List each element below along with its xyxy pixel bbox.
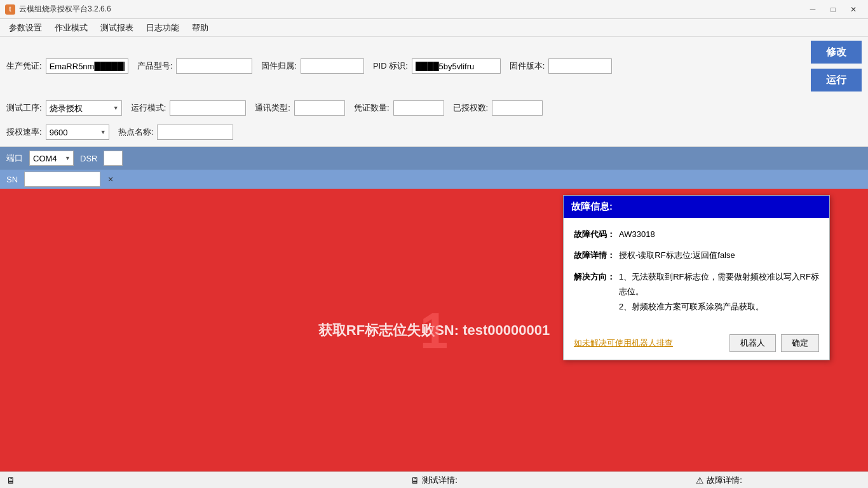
comm-type-label: 通讯类型:	[255, 102, 290, 114]
hotspot-label: 热点名称:	[118, 126, 154, 138]
modify-button[interactable]: 修改	[811, 41, 862, 64]
robot-button[interactable]: 机器人	[729, 334, 776, 352]
comm-type-field: 通讯类型: wifi	[255, 100, 345, 116]
fault-code-row: 故障代码： AW33018	[574, 227, 819, 241]
confirm-button[interactable]: 确定	[781, 334, 819, 352]
hotspot-input[interactable]: SmartLife	[157, 125, 233, 140]
fault-solution-row: 解决方向： 1、无法获取到RF标志位，需要做射频校准以写入RF标志位。 2、射频…	[574, 269, 819, 314]
sn-label: SN	[6, 175, 18, 184]
sn-bar: SN ×	[0, 170, 868, 189]
auth-count-input[interactable]: 5	[393, 100, 444, 116]
dialog-footer: 如未解决可使用机器人排查 机器人 确定	[564, 329, 829, 360]
hotspot-field: 热点名称: SmartLife	[118, 125, 234, 140]
status-center: 🖥 测试详情:	[292, 475, 577, 486]
menu-log[interactable]: 日志功能	[140, 20, 186, 36]
status-monitor-icon-left: 🖥	[6, 475, 15, 485]
center-message: 1 获取RF标志位失败SN: test00000001	[318, 321, 550, 340]
fault-code-value: AW33018	[619, 227, 655, 241]
menu-workmode[interactable]: 作业模式	[48, 20, 94, 36]
status-monitor-icon-center: 🖥	[410, 475, 419, 485]
pid-input[interactable]	[412, 58, 501, 74]
menu-params[interactable]: 参数设置	[3, 20, 48, 36]
status-left: 🖥	[6, 475, 292, 485]
firmware-input[interactable]: 客供固件	[301, 58, 364, 74]
fault-code-label: 故障代码：	[574, 227, 615, 241]
menubar: 参数设置 作业模式 测试报表 日志功能 帮助	[0, 19, 868, 37]
port-label: 端口	[6, 152, 23, 164]
statusbar: 🖥 🖥 测试详情: ⚠ 故障详情:	[0, 471, 868, 488]
pid-field: PID 标识:	[373, 58, 501, 74]
fault-dialog: 故障信息: 故障代码： AW33018 故障详情： 授权-读取RF标志位:返回值…	[563, 195, 830, 360]
pid-label: PID 标识:	[373, 60, 408, 72]
fault-detail-label: 故障详情：	[574, 248, 615, 262]
run-mode-input[interactable]: 手动运行	[170, 100, 246, 116]
bg-number: 1	[420, 302, 449, 360]
sn-clear-button[interactable]: ×	[107, 174, 114, 184]
window-controls: ─ □ ✕	[803, 3, 863, 16]
app-icon: t	[5, 4, 15, 15]
product-type-input[interactable]: CB3L	[176, 58, 252, 74]
baud-field: 授权速率: 9600	[6, 125, 109, 140]
firmware-label: 固件归属:	[261, 60, 297, 72]
test-order-select[interactable]: 烧录授权	[46, 100, 122, 116]
auth-done-label: 已授权数:	[453, 102, 489, 114]
port-bar: 端口 COM4 DSR 0	[0, 147, 868, 170]
product-type-field: 产品型号: CB3L	[137, 58, 253, 74]
shengchan-field: 生产凭证:	[6, 58, 128, 74]
dsr-label: DSR	[80, 154, 97, 163]
auth-done-input[interactable]: 0	[492, 100, 543, 116]
status-right: ⚠ 故障详情:	[576, 475, 862, 486]
status-warning-icon: ⚠	[696, 475, 704, 485]
sn-input[interactable]	[24, 172, 100, 187]
close-button[interactable]: ✕	[844, 3, 863, 16]
run-button[interactable]: 运行	[811, 69, 862, 92]
dsr-input[interactable]: 0	[104, 151, 123, 166]
test-order-field: 测试工序: 烧录授权	[6, 100, 122, 116]
shengchan-input[interactable]	[46, 58, 128, 74]
run-mode-label: 运行模式:	[131, 102, 166, 114]
fault-solution-value: 1、无法获取到RF标志位，需要做射频校准以写入RF标志位。 2、射频校准方案可联…	[619, 269, 819, 314]
firmware-version-input[interactable]: 1.0.0	[548, 58, 612, 74]
fault-detail-row: 故障详情： 授权-读取RF标志位:返回值false	[574, 248, 819, 262]
dialog-header: 故障信息:	[564, 196, 829, 218]
firmware-version-label: 固件版本:	[510, 60, 545, 72]
comm-type-input[interactable]: wifi	[294, 100, 345, 116]
menu-help[interactable]: 帮助	[186, 20, 215, 36]
auth-count-label: 凭证数量:	[354, 102, 390, 114]
maximize-button[interactable]: □	[824, 3, 843, 16]
firmware-version-field: 固件版本: 1.0.0	[510, 58, 613, 74]
main-area: 1 获取RF标志位失败SN: test00000001 故障信息: 故障代码： …	[0, 189, 868, 471]
baud-select[interactable]: 9600	[46, 125, 109, 140]
port-select[interactable]: COM4	[29, 151, 74, 166]
shengchan-label: 生产凭证:	[6, 60, 42, 72]
auth-done-field: 已授权数: 0	[453, 100, 543, 116]
auth-count-field: 凭证数量: 5	[354, 100, 444, 116]
test-order-label: 测试工序:	[6, 102, 42, 114]
product-type-label: 产品型号:	[137, 60, 173, 72]
firmware-field: 固件归属: 客供固件	[261, 58, 364, 74]
toolbar: 生产凭证: 产品型号: CB3L 固件归属: 客供固件 PID 标识: 固件版本…	[0, 37, 868, 147]
fault-detail-value: 授权-读取RF标志位:返回值false	[619, 248, 735, 262]
baud-label: 授权速率:	[6, 126, 42, 138]
status-right-label: 故障详情:	[707, 475, 742, 486]
minimize-button[interactable]: ─	[803, 3, 822, 16]
robot-link[interactable]: 如未解决可使用机器人排查	[574, 337, 724, 349]
status-center-label: 测试详情:	[422, 475, 458, 486]
titlebar: t 云模组烧录授权平台3.2.6.6 ─ □ ✕	[0, 0, 868, 19]
run-mode-field: 运行模式: 手动运行	[131, 100, 247, 116]
menu-report[interactable]: 测试报表	[94, 20, 140, 36]
app-title: 云模组烧录授权平台3.2.6.6	[19, 4, 803, 15]
dialog-body: 故障代码： AW33018 故障详情： 授权-读取RF标志位:返回值false …	[564, 218, 829, 329]
fault-solution-label: 解决方向：	[574, 269, 615, 284]
